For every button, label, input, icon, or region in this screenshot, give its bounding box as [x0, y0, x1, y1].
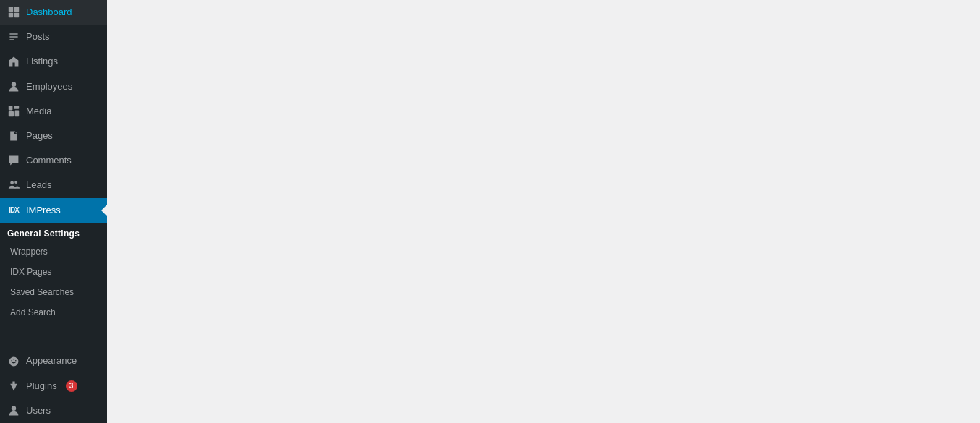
subitem-label: Saved Searches	[10, 286, 74, 299]
main-content	[107, 0, 980, 423]
sidebar-subitem-add-search[interactable]: Add Search	[0, 302, 107, 322]
posts-icon	[7, 30, 20, 43]
subitem-label: Wrappers	[10, 245, 48, 258]
sidebar-item-label: Plugins	[26, 380, 57, 393]
sidebar-item-label: Dashboard	[26, 6, 72, 19]
pages-icon	[7, 129, 20, 142]
svg-rect-2	[9, 13, 13, 17]
impress-section-label: General Settings	[0, 223, 107, 242]
svg-rect-8	[15, 110, 20, 116]
sidebar-item-label: Listings	[26, 55, 58, 68]
plugins-icon	[7, 380, 20, 393]
plugins-badge: 3	[66, 380, 77, 392]
sidebar-item-label: Appearance	[26, 354, 77, 367]
dashboard-icon	[7, 6, 20, 19]
svg-point-9	[10, 181, 14, 185]
comments-icon	[7, 154, 20, 167]
leads-icon	[7, 179, 20, 192]
appearance-icon	[7, 355, 20, 368]
sidebar-item-label: Leads	[26, 179, 51, 192]
sidebar: Dashboard Posts Listings Employees Media…	[0, 0, 107, 423]
subitem-label: Add Search	[10, 306, 56, 319]
sidebar-item-plugins[interactable]: Plugins 3	[0, 374, 107, 398]
sidebar-item-label: Employees	[26, 80, 72, 93]
sidebar-item-posts[interactable]: Posts	[0, 25, 107, 49]
users-icon	[7, 404, 20, 417]
sidebar-item-label: IMPress	[26, 204, 61, 217]
sidebar-item-label: Posts	[26, 30, 50, 43]
sidebar-item-appearance[interactable]: Appearance	[0, 349, 107, 373]
sidebar-item-leads[interactable]: Leads	[0, 173, 107, 197]
sidebar-subitem-saved-searches[interactable]: Saved Searches	[0, 282, 107, 302]
svg-point-10	[14, 181, 17, 184]
sidebar-item-label: Media	[26, 105, 51, 118]
impress-icon: IDX	[7, 204, 20, 217]
sidebar-item-impress[interactable]: IDX IMPress	[0, 198, 107, 223]
listings-icon	[7, 55, 20, 68]
svg-rect-5	[9, 106, 13, 111]
employees-icon	[7, 80, 20, 93]
sidebar-item-label: Comments	[26, 154, 72, 167]
svg-rect-0	[9, 7, 13, 12]
sidebar-item-users[interactable]: Users	[0, 398, 107, 423]
svg-rect-1	[14, 7, 19, 12]
svg-rect-6	[14, 106, 19, 109]
svg-point-11	[12, 406, 16, 411]
sidebar-item-pages[interactable]: Pages	[0, 124, 107, 148]
sidebar-item-listings[interactable]: Listings	[0, 49, 107, 74]
sidebar-item-label: Pages	[26, 129, 53, 142]
svg-rect-7	[9, 111, 14, 116]
sidebar-item-label: Users	[26, 404, 51, 417]
svg-point-4	[12, 82, 16, 86]
subitem-label: IDX Pages	[10, 265, 51, 278]
sidebar-item-employees[interactable]: Employees	[0, 74, 107, 99]
svg-rect-3	[14, 13, 19, 17]
sidebar-item-media[interactable]: Media	[0, 99, 107, 124]
sidebar-subitem-idxpages[interactable]: IDX Pages	[0, 262, 107, 282]
sidebar-item-dashboard[interactable]: Dashboard	[0, 0, 107, 25]
sidebar-subitem-wrappers[interactable]: Wrappers	[0, 242, 107, 262]
media-icon	[7, 105, 20, 118]
sidebar-item-comments[interactable]: Comments	[0, 148, 107, 173]
